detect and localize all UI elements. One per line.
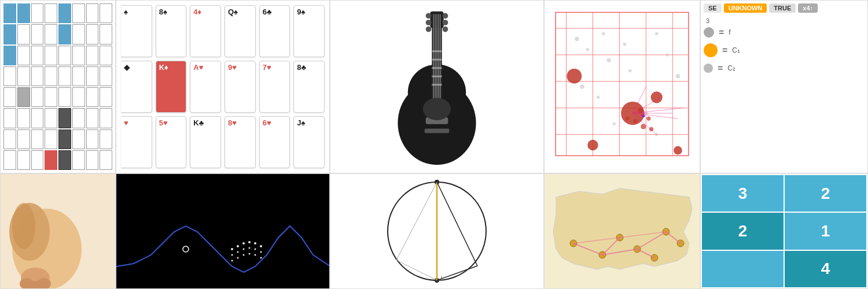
svg-point-82: [243, 249, 245, 250]
cell-1-7: [100, 24, 112, 44]
cell-4-3: [45, 87, 57, 107]
dot-c2: [704, 64, 713, 73]
numgrid-panel: 3 2 2 1 4: [700, 173, 868, 289]
cell-1-4: [58, 24, 71, 44]
crossword-panel: [0, 0, 116, 173]
geo-panel: [330, 173, 544, 289]
card-r1-4: 6♣: [259, 5, 290, 57]
cell-0-4: [58, 3, 71, 23]
card-r1-0: ♠: [121, 5, 152, 57]
card-r3-3: 8♥: [225, 116, 256, 168]
data-row-c2: = C₂: [704, 63, 865, 73]
card-r2-4: 7♥: [259, 61, 290, 113]
cell-6-3: [45, 129, 57, 149]
svg-point-41: [580, 84, 584, 88]
cell-3-1: [17, 66, 30, 86]
badge-unknown: UNKNOWN: [724, 3, 767, 13]
svg-point-52: [674, 146, 682, 155]
cell-3-4: [58, 66, 71, 86]
svg-point-55: [646, 116, 650, 120]
cell-7-6: [86, 150, 99, 170]
numcell-2b: 2: [702, 213, 784, 249]
cell-4-6: [86, 87, 99, 107]
card-r3-4: 6♥: [259, 116, 290, 168]
card-r2-2: A♥: [190, 61, 221, 113]
card-r3-0: ♥: [121, 116, 152, 168]
card-r3-2: K♣: [190, 116, 221, 168]
cell-1-1: [17, 24, 30, 44]
svg-point-23: [423, 98, 451, 120]
cell-6-7: [100, 129, 112, 149]
label-3: 3: [704, 17, 865, 24]
svg-point-66: [642, 114, 645, 118]
svg-point-75: [237, 245, 239, 247]
scope-panel: [116, 173, 330, 289]
guitar-icon: [373, 6, 501, 168]
cell-6-0: [3, 129, 16, 149]
cell-5-4: [58, 108, 71, 128]
svg-point-80: [231, 254, 233, 256]
card-r2-0: ◆: [121, 61, 152, 113]
cell-0-6: [86, 3, 99, 23]
cell-5-0: [3, 108, 16, 128]
cell-7-7: [100, 150, 112, 170]
dot-c1: [704, 43, 718, 57]
badge-x4: x4↑: [798, 3, 818, 13]
svg-point-40: [628, 69, 632, 73]
svg-line-98: [437, 266, 477, 280]
data-header: SE UNKNOWN TRUE x4↑: [704, 3, 865, 13]
cell-2-1: [17, 46, 30, 65]
scatter-panel: [544, 0, 700, 173]
svg-point-83: [249, 247, 251, 249]
cell-2-5: [72, 46, 85, 65]
card-r2-1-highlighted: K♦: [156, 61, 187, 113]
svg-point-5: [426, 13, 432, 19]
card-r3-1: 5♥: [156, 116, 187, 168]
data-row-f: = f: [704, 27, 865, 38]
cell-3-7: [100, 66, 112, 86]
cell-7-4: [58, 150, 71, 170]
svg-point-47: [612, 123, 616, 126]
cell-0-2: [31, 3, 44, 23]
svg-point-49: [567, 69, 582, 84]
cell-7-5: [72, 150, 85, 170]
cell-7-1: [17, 150, 30, 170]
numcell-empty: [702, 251, 784, 287]
cell-4-4: [58, 87, 71, 107]
numcell-4: 4: [785, 251, 866, 287]
svg-point-73: [12, 203, 35, 249]
cell-3-0: [3, 66, 16, 86]
svg-point-38: [606, 58, 610, 62]
badge-se: SE: [704, 3, 722, 13]
cell-2-0: [3, 46, 16, 65]
svg-point-10: [443, 27, 448, 32]
svg-point-56: [633, 119, 637, 123]
svg-point-85: [260, 251, 262, 253]
cell-5-1: [17, 108, 30, 128]
svg-point-76: [242, 242, 245, 244]
cell-3-5: [72, 66, 85, 86]
data-row-c1: = C₁: [704, 43, 865, 57]
cell-3-3: [45, 66, 57, 86]
label-c1: C₁: [732, 46, 740, 54]
cell-2-4: [58, 46, 71, 65]
cell-6-1: [17, 129, 30, 149]
svg-point-8: [443, 13, 448, 19]
cell-6-5: [72, 129, 85, 149]
cell-3-6: [86, 66, 99, 86]
cell-7-3: [45, 150, 57, 170]
data-panel: SE UNKNOWN TRUE x4↑ 3 = f = C₁ = C₂: [700, 0, 868, 173]
cards-panel: ♠ 8♠ 4♦ Q♠ 6♣ 9♠ ◆ K♦ A♥ 9♥ 7♥ 8♣ ♥ 5♥ K…: [116, 0, 330, 173]
svg-point-77: [248, 241, 251, 243]
svg-point-90: [255, 254, 256, 256]
svg-point-53: [651, 91, 663, 103]
svg-point-59: [626, 116, 630, 120]
cell-4-2: [31, 87, 44, 107]
geometry-diagram: [350, 173, 524, 289]
svg-point-79: [260, 245, 262, 247]
cell-6-6: [86, 129, 99, 149]
svg-point-74: [231, 248, 233, 250]
guitar-panel: [330, 0, 544, 173]
scope-display: [116, 174, 330, 289]
svg-point-7: [426, 27, 432, 32]
